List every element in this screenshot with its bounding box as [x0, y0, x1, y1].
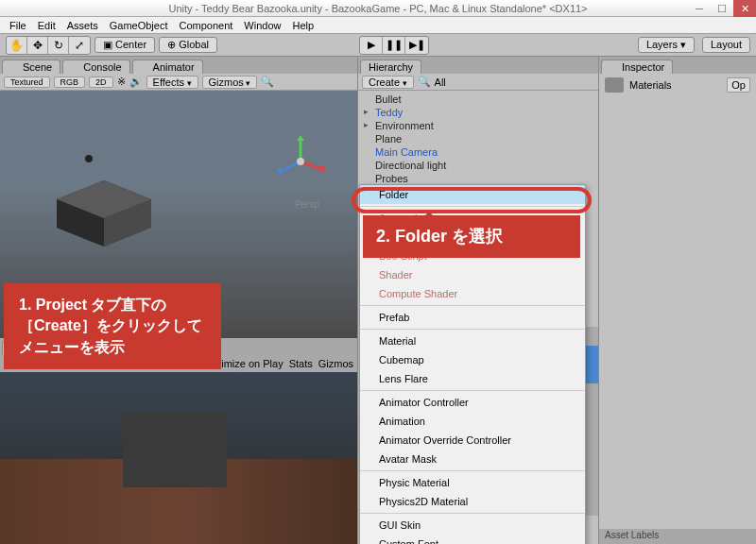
menu-item-folder[interactable]: Folder [360, 185, 585, 204]
menubar: File Edit Assets GameObject Component Wi… [0, 17, 756, 34]
scrollbar-track[interactable] [585, 327, 598, 516]
menu-item-phys2d[interactable]: Physics2D Material [360, 492, 585, 511]
layout-dropdown[interactable]: Layout [702, 37, 750, 53]
pause-button[interactable]: ❚❚ [383, 37, 405, 54]
scene-icon [10, 62, 20, 72]
rotate-tool-icon[interactable]: ↻ [48, 37, 69, 54]
search-icon[interactable]: 🔍 [418, 76, 431, 88]
menu-item-material[interactable]: Material [360, 332, 585, 350]
menu-item-avatarmask[interactable]: Avatar Mask [360, 450, 585, 468]
center-icon: ▣ [103, 39, 112, 50]
search-icon[interactable]: 🔍 [261, 76, 274, 88]
global-icon: ⊕ [167, 39, 176, 50]
menu-separator [360, 513, 585, 514]
tab-hierarchy[interactable]: Hierarchy [360, 60, 421, 74]
menu-item-compute[interactable]: Compute Shader [360, 284, 585, 303]
tab-inspector[interactable]: Inspector [601, 60, 673, 74]
menu-item-prefab[interactable]: Prefab [360, 308, 585, 327]
inspector-name: Materials [629, 79, 672, 91]
hierarchy-panel-tabs: Hierarchy [358, 57, 598, 74]
menu-item-guiskin[interactable]: GUI Skin [360, 516, 585, 535]
hand-tool-icon[interactable]: ✋ [7, 37, 27, 54]
maximize-button[interactable]: ☐ [711, 0, 733, 17]
hierarchy-item-maincamera[interactable]: Main Camera [358, 145, 598, 159]
gizmos-dropdown[interactable]: Gizmos ▾ [202, 76, 258, 89]
hierarchy-toolbar: Create ▾ 🔍All [358, 74, 598, 91]
menu-separator [360, 470, 585, 471]
open-button[interactable]: Op [727, 77, 750, 93]
window-title: Unity - Teddy Bear Bazooka.unity - Bazoo… [168, 3, 587, 14]
tab-console[interactable]: Console [62, 60, 129, 74]
menu-separator [360, 206, 585, 207]
game-view[interactable] [0, 372, 357, 544]
menu-item-lensflare[interactable]: Lens Flare [360, 369, 585, 388]
menu-item-cubemap[interactable]: Cubemap [360, 350, 585, 369]
play-button[interactable]: ▶ [360, 37, 383, 54]
inspector-icon [610, 62, 619, 72]
audio-toggle-icon[interactable]: 🔊 [129, 76, 143, 88]
hierarchy-item-teddy[interactable]: Teddy [358, 106, 598, 119]
inspector-panel-tabs: Inspector [599, 57, 756, 74]
animator-icon [141, 62, 150, 72]
menu-item-animation[interactable]: Animation [360, 412, 585, 431]
menu-item-customfont[interactable]: Custom Font [360, 535, 585, 544]
menu-edit[interactable]: Edit [32, 20, 61, 31]
stats-toggle[interactable]: Stats [289, 358, 313, 369]
persp-label: Persp [295, 199, 319, 210]
main-toolbar: ✋ ✥ ↻ ⤢ ▣ Center ⊕ Global ▶ ❚❚ ▶❚ Layers… [0, 34, 756, 57]
tab-animator[interactable]: Animator [132, 60, 203, 74]
menu-item-physmaterial[interactable]: Physic Material [360, 473, 585, 492]
rgb-dropdown[interactable]: RGB [54, 76, 86, 88]
menu-component[interactable]: Component [173, 20, 238, 31]
transform-tools: ✋ ✥ ↻ ⤢ [6, 36, 91, 55]
inspector-header: Materials Op [599, 74, 756, 96]
rotation-mode-button[interactable]: ⊕ Global [159, 37, 217, 53]
menu-item-animcontroller[interactable]: Animator Controller [360, 393, 585, 412]
tab-scene[interactable]: Scene [2, 60, 60, 74]
menu-window[interactable]: Window [238, 20, 286, 31]
minimize-button[interactable]: ─ [688, 0, 711, 17]
scrollbar-thumb[interactable] [585, 346, 598, 383]
svg-marker-8 [321, 165, 327, 173]
move-tool-icon[interactable]: ✥ [27, 37, 48, 54]
annotation-callout-1: 1. Project タブ直下の［Create］をクリックしてメニューを表示 [4, 283, 221, 369]
hierarchy-item-environment[interactable]: Environment [358, 119, 598, 132]
game-cube [123, 412, 227, 487]
svg-point-7 [297, 158, 304, 165]
menu-file[interactable]: File [4, 20, 32, 31]
step-button[interactable]: ▶❚ [405, 37, 428, 54]
menu-gameobject[interactable]: GameObject [104, 20, 174, 31]
window-titlebar: Unity - Teddy Bear Bazooka.unity - Bazoo… [0, 0, 756, 17]
console-icon [71, 62, 80, 72]
light-toggle-icon[interactable]: ※ [117, 76, 126, 88]
svg-marker-10 [276, 167, 282, 175]
hierarchy-item-dirlight[interactable]: Directional light [358, 159, 598, 172]
create-dropdown[interactable]: Create ▾ [362, 76, 414, 89]
scene-toolbar: Textured RGB 2D ※ 🔊 Effects ▾ Gizmos ▾ 🔍 [0, 74, 357, 91]
menu-help[interactable]: Help [286, 20, 319, 31]
asset-labels-section: Asset Labels [599, 529, 756, 544]
render-mode-dropdown[interactable]: Textured [4, 76, 50, 88]
orientation-gizmo[interactable] [272, 133, 329, 190]
scene-sphere-object[interactable] [85, 155, 93, 162]
menu-item-shader[interactable]: Shader [360, 265, 585, 284]
hierarchy-item-plane[interactable]: Plane [358, 132, 598, 145]
hierarchy-item-probes[interactable]: Probes [358, 172, 598, 185]
folder-icon [605, 77, 624, 93]
menu-separator [360, 390, 585, 391]
scale-tool-icon[interactable]: ⤢ [69, 37, 90, 54]
gizmos-toggle[interactable]: Gizmos [318, 358, 353, 369]
all-filter[interactable]: All [435, 76, 446, 88]
annotation-callout-2: 2. Folder を選択 [363, 215, 580, 258]
2d-toggle[interactable]: 2D [89, 76, 113, 88]
hierarchy-item-bullet[interactable]: Bullet [358, 93, 598, 106]
effects-dropdown[interactable]: Effects ▾ [146, 76, 198, 89]
pivot-mode-button[interactable]: ▣ Center [94, 37, 155, 53]
scene-cube-object[interactable] [57, 180, 151, 246]
close-button[interactable]: ✕ [733, 0, 756, 17]
menu-separator [360, 305, 585, 306]
menu-separator [360, 329, 585, 330]
layers-dropdown[interactable]: Layers ▾ [638, 37, 695, 53]
menu-assets[interactable]: Assets [61, 20, 104, 31]
menu-item-animoverride[interactable]: Animator Override Controller [360, 431, 585, 450]
